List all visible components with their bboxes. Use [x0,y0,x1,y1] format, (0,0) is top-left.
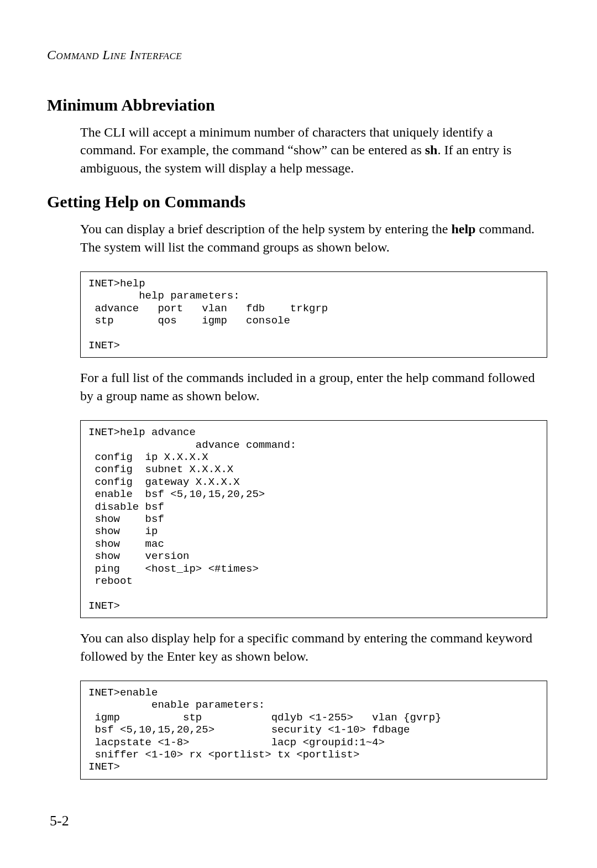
para-abbrev-bold: sh [425,143,438,157]
code-box-enable: INET>enable enable parameters: igmp stp … [80,681,547,780]
para-help-intro: You can display a brief description of t… [80,220,547,256]
para-abbrev: The CLI will accept a minimum number of … [80,123,547,177]
running-header: Command Line Interface [47,48,547,62]
page-number: 5-2 [50,813,69,829]
para-help-group-text: For a full list of the commands included… [80,370,535,402]
code-text-help: INET>help help parameters: advance port … [88,278,539,352]
page: Command Line Interface Minimum Abbreviat… [0,0,597,868]
para-help-group: For a full list of the commands included… [80,369,547,405]
para-help-text-a: You can display a brief description of t… [80,222,451,236]
section-heading-abbrev: Minimum Abbreviation [47,96,547,114]
para-help-specific-text: You can also display help for a specific… [80,631,532,663]
code-text-enable: INET>enable enable parameters: igmp stp … [88,687,539,773]
para-help-bold: help [451,222,475,236]
code-box-help: INET>help help parameters: advance port … [80,271,547,358]
code-box-advance: INET>help advance advance command: confi… [80,420,547,618]
section-heading-help: Getting Help on Commands [47,192,547,211]
para-help-specific: You can also display help for a specific… [80,629,547,665]
code-text-advance: INET>help advance advance command: confi… [88,426,539,612]
